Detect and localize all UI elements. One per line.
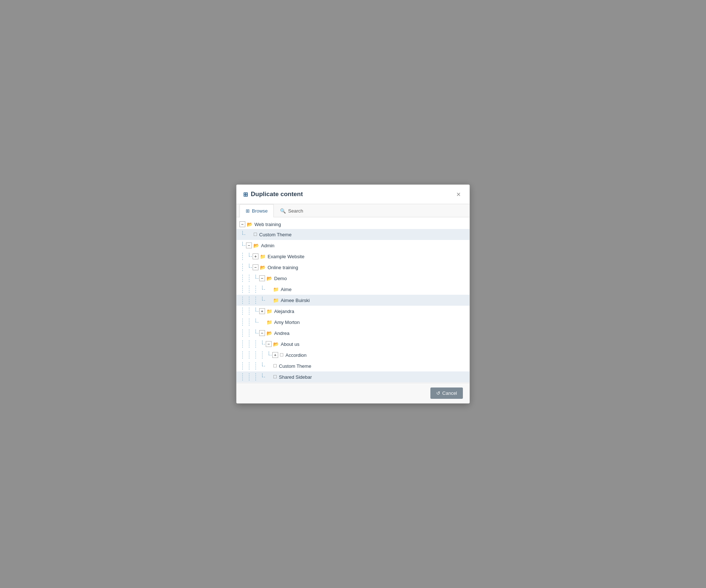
tree-row[interactable]: −📂Web training (237, 219, 469, 229)
tree-item-label: Admin (261, 243, 275, 248)
tree-item-label: Aime (281, 287, 292, 292)
folder-open-icon: 📂 (260, 265, 266, 270)
cancel-icon: ↺ (436, 390, 440, 396)
indent (239, 275, 259, 282)
tree-container: −📂Web training ☐Custom Theme −📂Admin +📁E… (237, 217, 469, 383)
line-segment (253, 329, 259, 337)
tree-row[interactable]: 📁Aimee Buirski (237, 295, 469, 306)
cancel-button[interactable]: ↺ Cancel (430, 387, 463, 399)
collapse-button[interactable]: − (253, 264, 258, 270)
folder-open-icon: 📂 (273, 341, 279, 347)
duplicate-icon: ⊞ (243, 191, 248, 198)
tree-row[interactable]: −📂Andrea (237, 328, 469, 339)
tree-item-label: Example Website (268, 254, 304, 259)
line-segment (253, 373, 259, 381)
folder-closed-icon: 📁 (260, 254, 266, 259)
indent (239, 264, 253, 271)
collapse-button[interactable]: − (266, 341, 272, 347)
browse-tab-icon: ⊞ (246, 208, 250, 214)
indent (239, 373, 266, 381)
indent (239, 297, 266, 304)
tree-row[interactable]: −📂Online training (237, 262, 469, 273)
tree-item-label: Demo (274, 276, 287, 281)
tree-item-label: Custom Theme (259, 232, 292, 237)
tree-item-label: Custom Theme (279, 363, 311, 369)
tree-item-label: Shared Sidebar (279, 374, 312, 380)
line-segment (246, 373, 253, 381)
line-segment (246, 264, 253, 271)
folder-closed-icon: 📁 (266, 309, 272, 314)
line-segment (246, 275, 253, 282)
line-segment (259, 286, 266, 293)
tab-bar: ⊞ Browse 🔍 Search (237, 204, 469, 217)
modal: ⊞ Duplicate content × ⊞ Browse 🔍 Search … (236, 184, 470, 404)
line-segment (239, 340, 246, 348)
tree-row[interactable]: −📂Demo (237, 273, 469, 284)
tree-row[interactable]: 📁Aime (237, 284, 469, 295)
collapse-button[interactable]: + (259, 308, 265, 314)
collapse-button[interactable]: − (239, 221, 245, 227)
line-segment (239, 286, 246, 293)
tree-row[interactable]: +📁Example Website (237, 251, 469, 262)
line-segment (253, 286, 259, 293)
line-segment (239, 275, 246, 282)
line-segment (239, 264, 246, 271)
tree-row[interactable]: ☐Custom Theme (237, 229, 469, 240)
tab-browse[interactable]: ⊞ Browse (239, 204, 274, 217)
collapse-button[interactable]: − (259, 330, 265, 336)
line-segment (246, 253, 253, 260)
tree-item-label: Aimee Buirski (281, 298, 310, 303)
modal-header: ⊞ Duplicate content × (237, 185, 469, 204)
modal-title-text: Duplicate content (251, 191, 303, 198)
tree-item-label: Web training (254, 222, 281, 227)
collapse-button[interactable]: + (253, 253, 258, 259)
line-segment (246, 286, 253, 293)
line-segment (253, 275, 259, 282)
cancel-label: Cancel (442, 390, 457, 396)
tree-row[interactable]: −📂Admin (237, 240, 469, 251)
line-segment (246, 329, 253, 337)
tree-item-label: Alejandra (274, 309, 294, 314)
page-icon: ☐ (253, 232, 257, 237)
line-segment (259, 297, 266, 304)
collapse-button[interactable]: − (259, 275, 265, 281)
line-segment (253, 351, 259, 359)
line-segment (259, 362, 266, 370)
tree-row[interactable]: 📁Amy Morton (237, 317, 469, 328)
line-segment (239, 351, 246, 359)
indent (239, 362, 266, 370)
tree-row[interactable]: +📁Alejandra (237, 306, 469, 317)
search-tab-label: Search (288, 208, 303, 214)
indent (239, 329, 259, 337)
collapse-button[interactable]: + (272, 352, 278, 358)
indent (239, 340, 266, 348)
collapse-button[interactable]: − (246, 243, 252, 248)
modal-footer: ↺ Cancel (237, 383, 469, 403)
tree-row[interactable]: −📂About us (237, 339, 469, 350)
line-segment (239, 362, 246, 370)
tree-row[interactable]: +☐Accordion (237, 350, 469, 360)
tab-search[interactable]: 🔍 Search (274, 204, 309, 217)
page-icon: ☐ (273, 374, 277, 379)
line-segment (253, 297, 259, 304)
line-segment (239, 231, 246, 238)
line-segment (239, 308, 246, 315)
line-segment (266, 351, 272, 359)
folder-open-icon: 📂 (266, 331, 272, 336)
tree-item-label: Accordion (285, 352, 307, 358)
tree-row[interactable]: ☐Shared Sidebar (237, 371, 469, 382)
line-segment (246, 318, 253, 326)
folder-closed-icon: 📁 (266, 320, 272, 325)
modal-title: ⊞ Duplicate content (243, 191, 303, 198)
tree-row[interactable]: ☐Custom Theme (237, 360, 469, 371)
close-button[interactable]: × (454, 190, 463, 199)
indent (239, 308, 259, 315)
line-segment (246, 308, 253, 315)
modal-backdrop: ⊞ Duplicate content × ⊞ Browse 🔍 Search … (0, 0, 706, 588)
line-segment (239, 253, 246, 260)
line-segment (239, 373, 246, 381)
line-segment (246, 362, 253, 370)
folder-closed-icon: 📁 (273, 287, 279, 292)
line-segment (246, 297, 253, 304)
tree-item-label: Online training (268, 265, 298, 270)
